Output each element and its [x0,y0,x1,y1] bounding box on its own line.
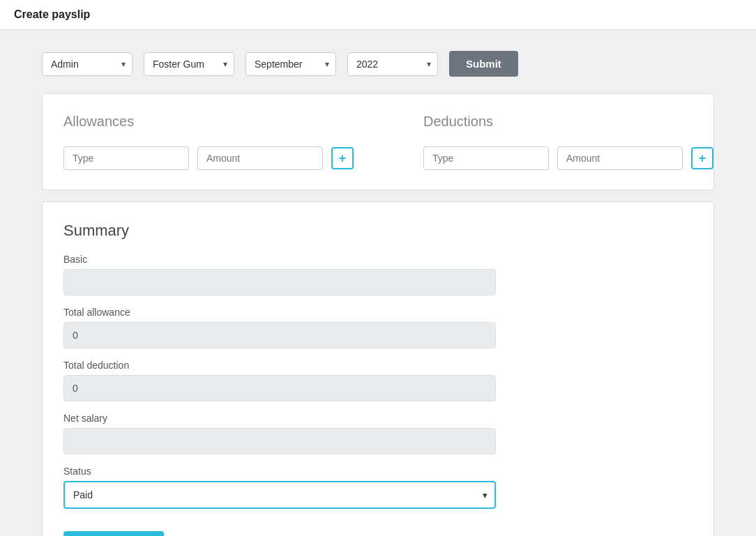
deductions-field-row: + [423,146,713,170]
deductions-amount-input[interactable] [557,146,683,170]
allowances-type-input[interactable] [63,146,189,170]
page-header: Create payslip [0,0,756,30]
total-deduction-field: Total deduction [63,360,693,401]
admin-select-wrapper: Admin ▾ [42,52,133,76]
net-salary-label: Net salary [63,413,693,424]
basic-input[interactable] [63,269,496,296]
employee-select-wrapper: Foster Gum ▾ [144,52,234,76]
allowances-field-row: + [63,146,354,170]
total-allowance-input[interactable] [63,322,496,349]
status-select[interactable]: Paid Unpaid Pending [63,481,496,509]
net-salary-input[interactable] [63,428,496,454]
admin-select[interactable]: Admin [42,52,133,76]
summary-title: Summary [63,222,693,240]
create-payslip-button[interactable]: Create payslip [63,531,164,536]
year-select[interactable]: 2022 [347,52,438,76]
deductions-type-input[interactable] [423,146,549,170]
allowances-section: Allowances + [63,114,354,170]
status-label: Status [63,466,693,477]
employee-select[interactable]: Foster Gum [144,52,234,76]
status-select-wrapper: Paid Unpaid Pending ▾ [63,481,496,509]
total-deduction-label: Total deduction [63,360,693,371]
month-select[interactable]: September [245,52,336,76]
submit-button[interactable]: Submit [449,51,518,77]
basic-label: Basic [63,254,693,265]
deductions-title: Deductions [423,114,713,130]
total-allowance-field: Total allowance [63,307,693,349]
month-select-wrapper: September ▾ [245,52,336,76]
toolbar: Admin ▾ Foster Gum ▾ September ▾ 2022 ▾ … [42,51,714,77]
allowances-add-button[interactable]: + [331,147,354,169]
main-content: Admin ▾ Foster Gum ▾ September ▾ 2022 ▾ … [0,30,756,536]
total-allowance-label: Total allowance [63,307,693,318]
year-select-wrapper: 2022 ▾ [347,52,438,76]
summary-card: Summary Basic Total allowance Total dedu… [42,201,714,536]
status-field: Status Paid Unpaid Pending ▾ [63,466,693,509]
net-salary-field: Net salary [63,413,693,454]
allowances-deductions-layout: Allowances + Deductions + [63,114,693,170]
allowances-amount-input[interactable] [197,146,323,170]
total-deduction-input[interactable] [63,375,496,401]
basic-field: Basic [63,254,693,296]
page-title: Create payslip [14,8,90,20]
deductions-add-button[interactable]: + [691,147,713,169]
allowances-deductions-card: Allowances + Deductions + [42,93,714,190]
allowances-title: Allowances [63,114,354,130]
deductions-section: Deductions + [423,114,713,170]
